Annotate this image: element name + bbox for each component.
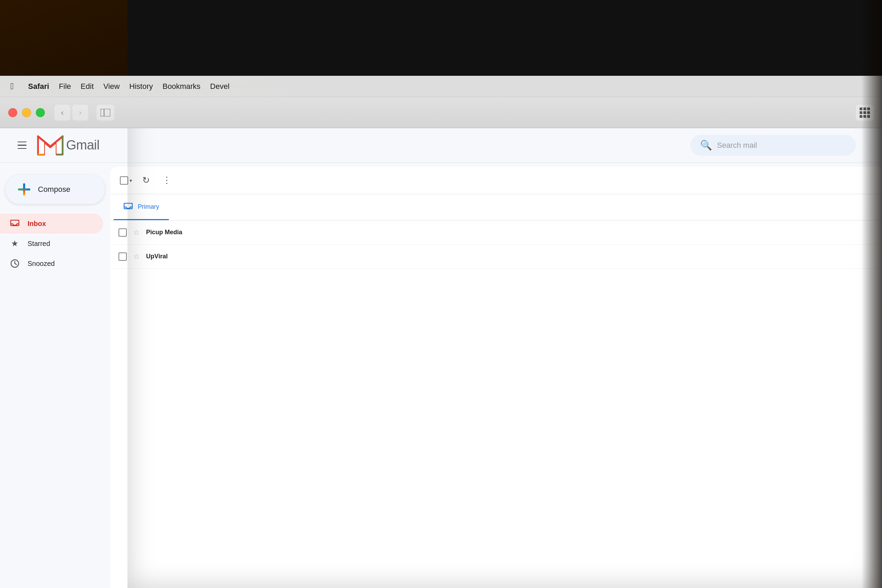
search-placeholder-text: Search mail [717,141,757,150]
svg-rect-6 [10,220,19,226]
back-button[interactable]: ‹ [54,105,70,120]
more-icon: ⋮ [162,175,171,186]
primary-tab-label: Primary [138,203,159,210]
compose-label: Compose [38,185,70,194]
svg-line-9 [15,264,16,264]
snoozed-label: Snoozed [28,260,55,268]
minimize-button[interactable] [22,108,31,117]
svg-rect-0 [100,109,110,116]
svg-rect-4 [38,154,44,154]
hamburger-line-1 [18,142,27,142]
gmail-search-bar[interactable]: 🔍 Search mail [690,135,856,156]
browser-toolbar: ‹ › [0,97,882,128]
starred-label: Starred [28,240,50,248]
hamburger-line-2 [18,145,27,146]
select-all-wrapper[interactable]: ▾ [120,176,132,184]
email-checkbox[interactable] [118,252,127,261]
compose-button[interactable]: Compose [6,175,105,204]
grid-icon [860,108,870,118]
checkbox-dropdown-arrow[interactable]: ▾ [129,178,132,183]
clock-icon [10,258,20,268]
table-row[interactable]: ☆ UpViral [110,244,882,268]
svg-rect-5 [57,154,63,154]
close-button[interactable] [8,108,17,117]
grid-view-button[interactable] [856,105,874,120]
back-icon: ‹ [61,108,64,117]
hamburger-line-3 [18,148,27,149]
forward-button[interactable]: › [72,105,88,120]
category-tabs: Primary [110,194,882,220]
star-button[interactable]: ☆ [133,252,140,261]
window-controls [8,108,45,117]
search-icon: 🔍 [700,140,712,151]
sender-name: Picup Media [146,229,215,236]
table-row[interactable]: ☆ Picup Media [110,220,882,244]
refresh-button[interactable]: ↻ [140,173,152,188]
star-icon: ★ [10,238,20,249]
gmail-main-layout: Compose Inbox ★ Starred [0,163,882,588]
file-menu[interactable]: File [54,81,76,92]
gmail-sidebar: Compose Inbox ★ Starred [0,163,110,588]
hamburger-menu-button[interactable] [12,136,32,155]
svg-rect-10 [124,203,132,209]
sidebar-toggle-icon [100,109,110,116]
laptop-top-bezel [128,0,882,76]
gmail-logo-area: Gmail [36,135,100,156]
more-options-button[interactable]: ⋮ [160,173,173,188]
forward-icon: › [79,108,82,117]
mac-menubar:  Safari File Edit View History Bookmark… [0,76,882,97]
gmail-m-logo [36,135,64,156]
apple-menu-icon[interactable]:  [10,81,14,92]
sidebar-item-snoozed[interactable]: Snoozed [0,254,104,273]
select-all-checkbox[interactable] [120,176,128,184]
safari-menu[interactable]: Safari [23,81,54,92]
primary-tab-icon [123,202,133,212]
sidebar-toggle-button[interactable] [96,105,114,120]
bookmarks-menu[interactable]: Bookmarks [158,81,206,92]
refresh-icon: ↻ [142,175,150,186]
gmail-app: Gmail 🔍 Search mail Compose [0,128,882,588]
maximize-button[interactable] [36,108,45,117]
tab-primary[interactable]: Primary [114,194,169,220]
svg-rect-3 [62,136,63,154]
email-checkbox[interactable] [118,228,127,237]
star-button[interactable]: ☆ [133,228,140,237]
inbox-icon [10,218,20,229]
compose-plus-icon [18,183,30,196]
sidebar-item-inbox[interactable]: Inbox [0,214,104,234]
svg-rect-2 [38,136,39,154]
devel-menu[interactable]: Devel [206,81,234,92]
sender-name: UpViral [146,253,215,260]
inbox-label: Inbox [28,220,46,228]
view-menu[interactable]: View [99,81,124,92]
gmail-wordmark: Gmail [66,138,100,153]
email-toolbar: ▾ ↻ ⋮ [110,167,882,194]
email-list-panel: ▾ ↻ ⋮ Primary [110,167,882,588]
gmail-header: Gmail 🔍 Search mail [0,128,882,163]
sidebar-item-starred[interactable]: ★ Starred [0,234,104,254]
edit-menu[interactable]: Edit [76,81,99,92]
email-rows: ☆ Picup Media ☆ UpViral [110,220,882,268]
history-menu[interactable]: History [124,81,158,92]
nav-buttons: ‹ › [54,105,88,120]
